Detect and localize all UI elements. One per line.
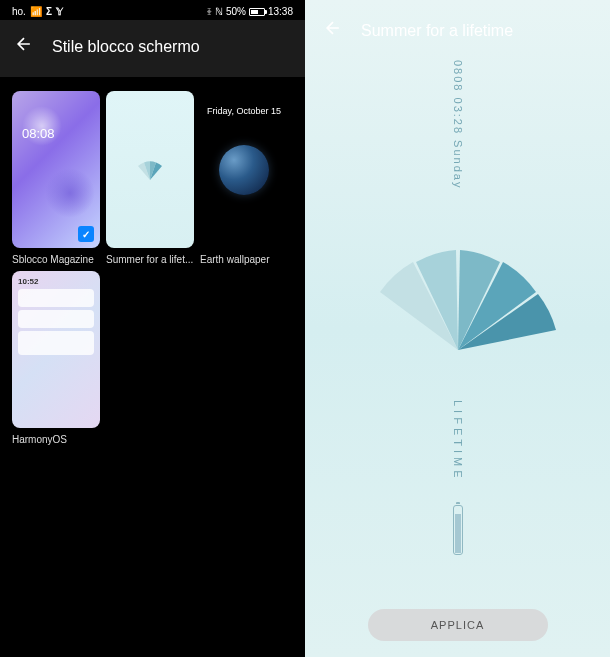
thumb-time: Friday, October 15	[200, 106, 288, 116]
status-bar: ho. 📶 Σ 𝕐 ⧱ ℕ 50% 13:38	[0, 0, 305, 20]
widget-preview	[18, 289, 94, 307]
themes-grid: 08:08 ✓ Sblocco Magazine Summer for a li…	[0, 77, 305, 459]
theme-item-harmony[interactable]: 10:52 HarmonyOS	[12, 271, 100, 445]
bluetooth-icon: ⧱	[207, 6, 212, 17]
earth-icon	[219, 145, 269, 195]
theme-label: Earth wallpaper	[200, 254, 288, 265]
theme-label: HarmonyOS	[12, 434, 100, 445]
date-vertical-text: 0808 03:28 Sunday	[452, 60, 464, 189]
fan-icon	[130, 160, 170, 180]
theme-label: Sblocco Magazine	[12, 254, 100, 265]
theme-thumbnail: Friday, October 15	[200, 91, 288, 248]
header: Stile blocco schermo	[0, 20, 305, 77]
widget-preview	[18, 331, 94, 355]
theme-item-earth[interactable]: Friday, October 15 Earth wallpaper	[200, 91, 288, 265]
preview-header: Summer for a lifetime	[305, 0, 610, 55]
theme-thumbnail: 08:08 ✓	[12, 91, 100, 248]
battery-icon	[249, 8, 265, 16]
nfc-icon: ℕ	[215, 6, 223, 17]
back-icon[interactable]	[323, 18, 343, 43]
selected-check-icon: ✓	[78, 226, 94, 242]
apply-button[interactable]: APPLICA	[368, 609, 548, 641]
carrier-label: ho.	[12, 6, 26, 17]
preview-area: 0808 03:28 Sunday LIFETIME	[305, 55, 610, 609]
widget-preview	[18, 310, 94, 328]
battery-pct: 50%	[226, 6, 246, 17]
theme-thumbnail	[106, 91, 194, 248]
thumb-time: 08:08	[22, 126, 55, 141]
right-panel: Summer for a lifetime 0808 03:28 Sunday …	[305, 0, 610, 657]
theme-item-sblocco[interactable]: 08:08 ✓ Sblocco Magazine	[12, 91, 100, 265]
preview-title: Summer for a lifetime	[361, 22, 513, 40]
sigma-icon: Σ	[46, 6, 52, 17]
thumb-time: 10:52	[18, 277, 94, 286]
theme-thumbnail: 10:52	[12, 271, 100, 428]
signal-icon: 📶	[30, 6, 42, 17]
clock-label: 13:38	[268, 6, 293, 17]
theme-label: Summer for a lifet...	[106, 254, 194, 265]
page-title: Stile blocco schermo	[52, 38, 200, 56]
lifetime-vertical-text: LIFETIME	[452, 400, 464, 482]
battery-vertical-icon	[453, 505, 463, 555]
left-panel: ho. 📶 Σ 𝕐 ⧱ ℕ 50% 13:38 Stile blocco sch…	[0, 0, 305, 657]
back-icon[interactable]	[14, 34, 34, 59]
twitter-icon: 𝕐	[56, 6, 63, 17]
fan-graphic	[358, 250, 558, 350]
theme-item-summer[interactable]: Summer for a lifet...	[106, 91, 194, 265]
